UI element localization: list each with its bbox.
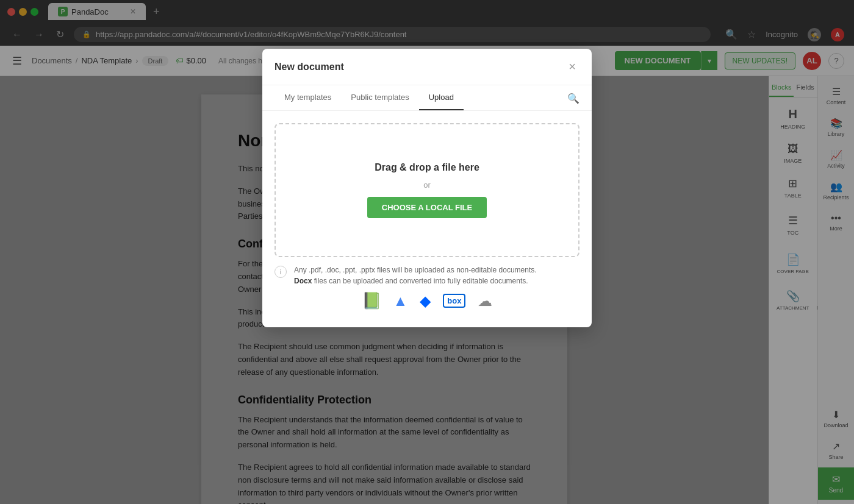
new-document-modal: New document × My templates Public templ… [262, 49, 592, 327]
box-icon[interactable]: box [443, 294, 465, 308]
modal-title: New document [274, 62, 565, 73]
info-icon: i [274, 266, 287, 278]
upload-info: i Any .pdf, .doc, .ppt, .pptx files will… [274, 264, 580, 286]
cloud-sources: 📗 ▲ ◆ box ☁ [274, 291, 580, 315]
upload-info-text: Any .pdf, .doc, .ppt, .pptx files will b… [294, 264, 537, 286]
google-drive-icon[interactable]: ▲ [393, 293, 408, 310]
icloud-icon[interactable]: ☁ [478, 293, 492, 310]
choose-local-file-btn[interactable]: CHOOSE A LOCAL FILE [367, 197, 487, 218]
modal-close-btn[interactable]: × [565, 59, 580, 75]
upload-title: Drag & drop a file here [375, 162, 479, 173]
tab-public-templates[interactable]: Public templates [341, 85, 418, 110]
tab-upload[interactable]: Upload [419, 85, 464, 110]
modal-tabs: My templates Public templates Upload [262, 85, 592, 110]
search-icon[interactable]: 🔍 [567, 92, 580, 104]
google-docs-icon[interactable]: 📗 [362, 291, 381, 310]
upload-drop-zone: Drag & drop a file here or CHOOSE A LOCA… [274, 123, 580, 257]
upload-or-text: or [423, 180, 431, 190]
modal-body: Drag & drop a file here or CHOOSE A LOCA… [262, 111, 592, 327]
modal-backdrop: New document × My templates Public templ… [0, 0, 854, 504]
dropbox-icon[interactable]: ◆ [420, 293, 431, 310]
tab-my-templates[interactable]: My templates [274, 85, 341, 110]
modal-header: New document × [262, 49, 592, 85]
